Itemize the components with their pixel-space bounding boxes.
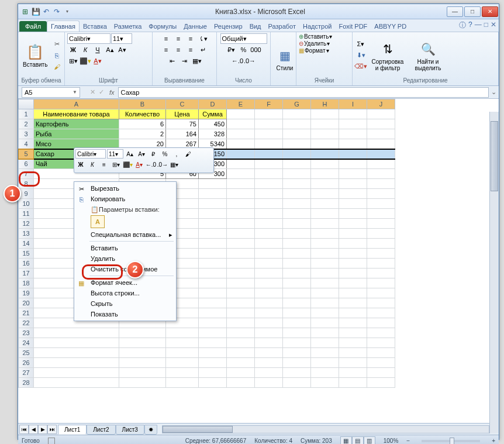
- col-header-e[interactable]: E: [227, 99, 255, 109]
- font-color-icon[interactable]: A▾: [92, 56, 103, 66]
- paste-button[interactable]: 📋 Вставить: [20, 42, 50, 69]
- row-1[interactable]: 1 Наименование товара Количество Цена Су…: [19, 109, 395, 119]
- format-painter-icon[interactable]: 🖌: [51, 61, 63, 72]
- mini-align-icon[interactable]: ≡: [99, 160, 109, 169]
- autosum-icon[interactable]: Σ▾: [355, 39, 367, 50]
- cancel-formula-icon[interactable]: ✕: [88, 88, 97, 96]
- menu-hide[interactable]: Скрыть: [74, 298, 176, 309]
- cell-header-price[interactable]: Цена: [166, 109, 199, 119]
- col-header-a[interactable]: A: [34, 99, 119, 109]
- zoom-thumb[interactable]: [450, 438, 454, 445]
- status-macro-icon[interactable]: [48, 438, 55, 445]
- menu-paste-special[interactable]: Специальная вставка...▸: [74, 229, 176, 240]
- grow-font-icon[interactable]: A▴: [104, 44, 116, 55]
- col-header-h[interactable]: H: [311, 99, 339, 109]
- tab-review[interactable]: Рецензир: [210, 21, 246, 32]
- cells-insert-button[interactable]: ⊕ Вставить ▾: [299, 33, 332, 40]
- mini-inc-decimal-icon[interactable]: ←.0: [146, 160, 156, 169]
- doc-minimize-icon[interactable]: —: [475, 20, 482, 30]
- select-all-corner[interactable]: [19, 99, 34, 109]
- doc-restore-icon[interactable]: □: [484, 20, 488, 30]
- merge-icon[interactable]: ▦▾: [191, 56, 203, 66]
- qat-more-icon[interactable]: ▾: [63, 7, 72, 16]
- row-2[interactable]: 2Картофель675450: [19, 119, 395, 129]
- tab-abbyy[interactable]: ABBYY PD: [371, 21, 410, 32]
- sheet-tab-2[interactable]: Лист2: [87, 425, 115, 435]
- enter-formula-icon[interactable]: ✓: [97, 88, 106, 96]
- align-top-icon[interactable]: ≡: [160, 33, 172, 44]
- wrap-text-icon[interactable]: ↵: [197, 44, 209, 55]
- font-size-combo[interactable]: 11 ▾: [111, 33, 132, 44]
- row-25[interactable]: 25: [19, 348, 395, 358]
- sheet-nav-last-icon[interactable]: ⏭: [47, 425, 57, 434]
- menu-copy[interactable]: ⎘Копировать: [74, 194, 176, 204]
- cell-header-qty[interactable]: Количество: [119, 109, 166, 119]
- col-header-i[interactable]: I: [339, 99, 367, 109]
- decrease-indent-icon[interactable]: ⇤: [167, 56, 178, 66]
- font-name-combo[interactable]: Calibri ▾: [67, 33, 111, 44]
- comma-icon[interactable]: 000: [250, 44, 262, 55]
- currency-icon[interactable]: ₽▾: [226, 44, 237, 55]
- col-header-j[interactable]: J: [367, 99, 395, 109]
- sheet-tab-3[interactable]: Лист3: [116, 425, 144, 435]
- sheet-nav-first-icon[interactable]: ⏮: [19, 425, 29, 434]
- tab-view[interactable]: Вид: [246, 21, 265, 32]
- border-icon[interactable]: ⊞▾: [67, 56, 79, 66]
- help-icon[interactable]: ?: [468, 20, 472, 30]
- mini-fontcolor-icon[interactable]: A▾: [134, 160, 144, 169]
- tab-layout[interactable]: Разметка: [111, 21, 146, 32]
- cut-icon[interactable]: ✂: [51, 39, 63, 50]
- name-box[interactable]: A5▼: [22, 87, 80, 98]
- mini-italic-icon[interactable]: К: [87, 160, 98, 169]
- mini-fill-icon[interactable]: ⬛▾: [122, 160, 133, 169]
- redo-icon[interactable]: ↷: [52, 7, 61, 16]
- mini-dec-decimal-icon[interactable]: .0→: [157, 160, 168, 169]
- close-button[interactable]: ✕: [482, 6, 498, 17]
- vscroll-thumb[interactable]: [491, 121, 498, 191]
- view-layout-icon[interactable]: ▤: [352, 436, 364, 445]
- orientation-icon[interactable]: ⤹▾: [197, 33, 209, 44]
- cell-header-sum[interactable]: Сумма: [199, 109, 227, 119]
- formula-bar[interactable]: Сахар: [118, 87, 489, 98]
- mini-font-combo[interactable]: Calibri▾: [75, 149, 106, 159]
- find-select-button[interactable]: 🔍 Найти и выделить: [409, 39, 447, 73]
- tab-home[interactable]: Главная: [47, 20, 80, 32]
- row-3[interactable]: 3Рыба2164328: [19, 129, 395, 139]
- doc-close-icon[interactable]: ✕: [491, 20, 496, 30]
- col-header-g[interactable]: G: [283, 99, 311, 109]
- mini-comma-icon[interactable]: ,: [171, 149, 182, 159]
- col-header-d[interactable]: D: [199, 99, 227, 109]
- hscroll-thumb[interactable]: [163, 426, 233, 433]
- shrink-font-icon[interactable]: A▾: [116, 44, 128, 55]
- menu-show[interactable]: Показать: [74, 309, 176, 319]
- maximize-button[interactable]: □: [464, 6, 481, 17]
- tab-developer[interactable]: Разработ: [265, 21, 299, 32]
- expand-formula-icon[interactable]: ⌄: [489, 88, 499, 96]
- sheet-nav-next-icon[interactable]: ▶: [38, 425, 47, 434]
- menu-insert[interactable]: Вставить: [74, 243, 176, 253]
- align-left-icon[interactable]: ≡: [160, 44, 172, 55]
- bold-icon[interactable]: Ж: [67, 44, 79, 55]
- align-middle-icon[interactable]: ≡: [172, 33, 184, 44]
- tab-data[interactable]: Данные: [180, 21, 210, 32]
- cells-format-button[interactable]: ▦ Формат ▾: [299, 47, 329, 54]
- row-23[interactable]: 23: [19, 328, 395, 338]
- styles-button[interactable]: ▦ Стили: [273, 45, 296, 73]
- row-24[interactable]: 24: [19, 338, 395, 348]
- sheet-tab-1[interactable]: Лист1: [58, 425, 87, 435]
- view-normal-icon[interactable]: ▦: [340, 436, 352, 445]
- copy-icon[interactable]: ⎘: [51, 50, 63, 61]
- tab-foxit[interactable]: Foxit PDF: [335, 21, 371, 32]
- fill-color-icon[interactable]: ⬛▾: [80, 56, 91, 66]
- menu-delete[interactable]: Удалить: [74, 253, 176, 264]
- percent-icon[interactable]: %: [238, 44, 250, 55]
- fill-icon[interactable]: ⬇▾: [355, 50, 367, 61]
- view-pagebreak-icon[interactable]: ▥: [364, 436, 375, 445]
- underline-icon[interactable]: Ч: [92, 44, 103, 55]
- tab-formulas[interactable]: Формулы: [145, 21, 180, 32]
- mini-bold-icon[interactable]: Ж: [75, 160, 86, 169]
- sheet-nav-prev-icon[interactable]: ◀: [29, 425, 38, 434]
- horizontal-scrollbar[interactable]: [162, 425, 489, 433]
- increase-decimal-icon[interactable]: ←.0: [232, 56, 243, 66]
- undo-icon[interactable]: ↶: [42, 7, 51, 16]
